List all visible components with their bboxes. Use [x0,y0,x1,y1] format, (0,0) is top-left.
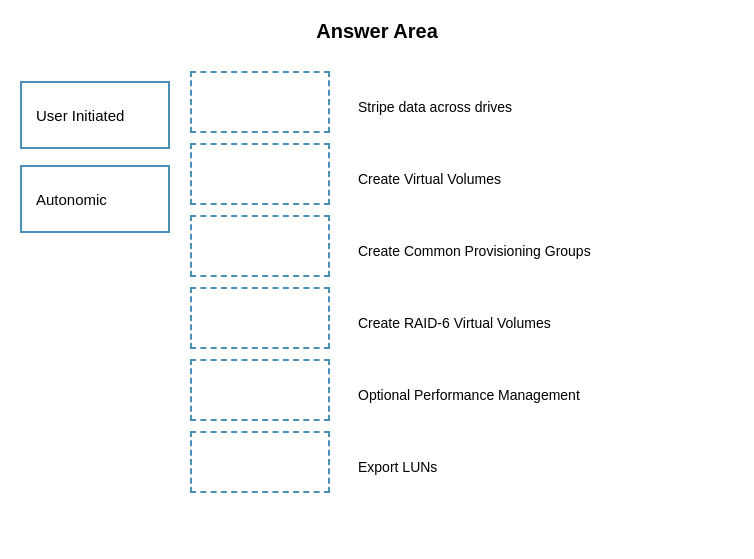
label-export-luns: Export LUNs [358,459,437,475]
drop-zone-2[interactable] [190,143,330,205]
drop-zone-3[interactable] [190,215,330,277]
drop-zone-1[interactable] [190,71,330,133]
answer-area: User Initiated Autonomic Stripe data acr… [20,71,734,503]
label-stripe-data: Stripe data across drives [358,99,512,115]
categories-column: User Initiated Autonomic [20,71,170,233]
list-item: Optional Performance Management [350,359,591,431]
category-user-initiated[interactable]: User Initiated [20,81,170,149]
drop-zone-6[interactable] [190,431,330,493]
main-container: Answer Area User Initiated Autonomic Str… [20,20,734,503]
drop-zone-4[interactable] [190,287,330,349]
category-autonomic[interactable]: Autonomic [20,165,170,233]
label-create-raid6: Create RAID-6 Virtual Volumes [358,315,551,331]
label-create-virtual-volumes: Create Virtual Volumes [358,171,501,187]
list-item: Stripe data across drives [350,71,591,143]
drop-zone-5[interactable] [190,359,330,421]
list-item: Export LUNs [350,431,591,503]
list-item: Create RAID-6 Virtual Volumes [350,287,591,359]
category-user-initiated-label: User Initiated [36,107,124,124]
labels-column: Stripe data across drives Create Virtual… [350,71,591,503]
label-optional-perf: Optional Performance Management [358,387,580,403]
label-create-common-provisioning: Create Common Provisioning Groups [358,243,591,259]
drop-zones-column [190,71,330,493]
page-title: Answer Area [20,20,734,43]
list-item: Create Virtual Volumes [350,143,591,215]
category-autonomic-label: Autonomic [36,191,107,208]
list-item: Create Common Provisioning Groups [350,215,591,287]
